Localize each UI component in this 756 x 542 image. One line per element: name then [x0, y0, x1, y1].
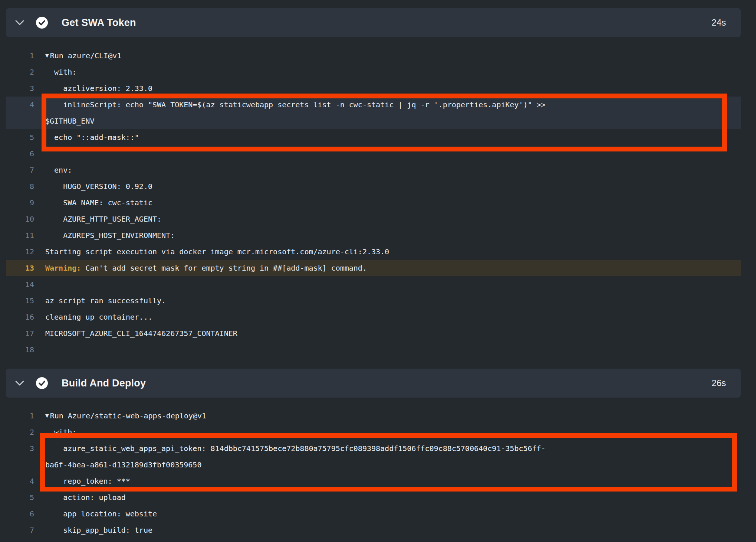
- line-text: MICROSOFT_AZURE_CLI_1644746267357_CONTAI…: [34, 325, 237, 342]
- line-text: action: upload: [34, 489, 126, 506]
- line-number[interactable]: 13: [6, 260, 34, 276]
- workflow-step: Build And Deploy 26s 1 ▼Run Azure/static…: [6, 369, 741, 542]
- line-content: HUGO_VERSION: 0.92.0: [45, 182, 152, 191]
- log-line: 16 cleaning up container...: [6, 309, 741, 325]
- line-text: azure_static_web_apps_api_token: 814dbbc…: [34, 440, 546, 457]
- log-line: 3 azure_static_web_apps_api_token: 814db…: [6, 440, 741, 457]
- line-text: [34, 538, 45, 542]
- line-text: [34, 146, 45, 162]
- line-number[interactable]: 5: [6, 489, 34, 506]
- log-line: 7 skip_app_build: true: [6, 522, 741, 538]
- chevron-down-icon: [15, 20, 24, 26]
- line-content: azcliversion: 2.33.0: [45, 84, 152, 93]
- line-number[interactable]: 17: [6, 325, 34, 342]
- line-text: inlineScript: echo "SWA_TOKEN=$(az stati…: [34, 97, 550, 113]
- line-number[interactable]: 12: [6, 244, 34, 260]
- log-line: 2 with:: [6, 64, 741, 80]
- line-content: env:: [45, 166, 72, 174]
- line-text: with:: [34, 424, 76, 440]
- line-content: az script ran successfully.: [45, 296, 166, 305]
- step-header[interactable]: Get SWA Token 24s: [6, 8, 741, 37]
- line-number[interactable]: 11: [6, 227, 34, 244]
- line-content: AZURE_HTTP_USER_AGENT:: [45, 215, 161, 223]
- log-line: 1 ▼Run Azure/static-web-apps-deploy@v1: [6, 408, 741, 424]
- log-line: 11 AZUREPS_HOST_ENVIRONMENT:: [6, 227, 741, 244]
- line-number[interactable]: 2: [6, 424, 34, 440]
- line-number[interactable]: 6: [6, 506, 34, 522]
- line-text: AZURE_HTTP_USER_AGENT:: [34, 211, 161, 227]
- line-text: cleaning up container...: [34, 309, 152, 325]
- line-content: Run azure/CLI@v1: [50, 51, 122, 60]
- log-line: 12 Starting script execution via docker …: [6, 244, 741, 260]
- log-line: 15 az script ran successfully.: [6, 293, 741, 309]
- line-text: env:: [34, 162, 72, 178]
- line-number[interactable]: [6, 113, 34, 129]
- line-text: SWA_NAME: cwc-static: [34, 195, 152, 211]
- line-number[interactable]: 3: [6, 80, 34, 97]
- workflow-log: Get SWA Token 24s 1 ▼Run azure/CLI@v1 2 …: [0, 8, 756, 542]
- line-number[interactable]: 18: [6, 342, 34, 358]
- log-line: 5 echo "::add-mask::": [6, 129, 741, 146]
- line-content: cleaning up container...: [45, 313, 152, 321]
- log-line: 1 ▼Run azure/CLI@v1: [6, 48, 741, 64]
- line-text: [34, 342, 45, 358]
- step-title: Build And Deploy: [62, 378, 146, 389]
- line-number[interactable]: 10: [6, 211, 34, 227]
- check-circle-icon: [36, 377, 48, 389]
- workflow-step: Get SWA Token 24s 1 ▼Run azure/CLI@v1 2 …: [6, 8, 741, 358]
- line-number[interactable]: 15: [6, 293, 34, 309]
- line-text: ▼Run azure/CLI@v1: [34, 48, 121, 64]
- log-line: 2 with:: [6, 424, 741, 440]
- line-content: AZUREPS_HOST_ENVIRONMENT:: [45, 231, 175, 240]
- line-number[interactable]: 3: [6, 440, 34, 457]
- line-content: $GITHUB_ENV: [45, 117, 94, 125]
- step-duration: 26s: [711, 378, 726, 388]
- line-number[interactable]: [6, 457, 34, 473]
- step-log: 1 ▼Run azure/CLI@v1 2 with: 3 azcliversi…: [6, 48, 741, 358]
- line-text: AZUREPS_HOST_ENVIRONMENT:: [34, 227, 175, 244]
- line-content: with:: [45, 68, 76, 76]
- log-line: 13 Warning: Can't add secret mask for em…: [6, 260, 741, 276]
- log-line: 18: [6, 342, 741, 358]
- line-number[interactable]: 9: [6, 195, 34, 211]
- line-number[interactable]: 6: [6, 146, 34, 162]
- line-number[interactable]: 7: [6, 522, 34, 538]
- line-number[interactable]: 4: [6, 473, 34, 489]
- log-line: 5 action: upload: [6, 489, 741, 506]
- line-number[interactable]: 1: [6, 408, 34, 424]
- collapse-triangle-icon[interactable]: ▼: [45, 48, 49, 64]
- line-number[interactable]: 5: [6, 129, 34, 146]
- line-text: ▼Run Azure/static-web-apps-deploy@v1: [34, 408, 206, 424]
- line-content: Can't add secret mask for empty string i…: [81, 264, 367, 272]
- step-duration: 24s: [711, 17, 726, 28]
- line-content: app_location: website: [45, 509, 157, 518]
- line-number[interactable]: 2: [6, 64, 34, 80]
- log-line: 4 repo_token: ***: [6, 473, 741, 489]
- line-text: echo "::add-mask::": [34, 129, 139, 146]
- line-content: echo "::add-mask::": [45, 133, 139, 142]
- line-text: az script ran successfully.: [34, 293, 166, 309]
- line-number[interactable]: 14: [6, 276, 34, 293]
- line-number[interactable]: 16: [6, 309, 34, 325]
- actions-log-page: { "theme": { "background": "#24292e", "h…: [0, 0, 756, 542]
- step-header[interactable]: Build And Deploy 26s: [6, 369, 741, 398]
- line-content: Starting script execution via docker ima…: [45, 247, 389, 256]
- line-text: HUGO_VERSION: 0.92.0: [34, 178, 152, 195]
- line-number[interactable]: 1: [6, 48, 34, 64]
- line-number[interactable]: 4: [6, 97, 34, 113]
- line-text: ba6f-4bea-a861-d132189d3fbf00359650: [34, 457, 201, 473]
- line-text: repo_token: ***: [34, 473, 130, 489]
- line-content: with:: [45, 428, 76, 437]
- step-log: 1 ▼Run Azure/static-web-apps-deploy@v1 2…: [6, 408, 741, 542]
- log-line: 6 app_location: website: [6, 506, 741, 522]
- log-line: ba6f-4bea-a861-d132189d3fbf00359650: [6, 457, 741, 473]
- line-text: Starting script execution via docker ima…: [34, 244, 389, 260]
- collapse-triangle-icon[interactable]: ▼: [45, 408, 49, 424]
- line-number[interactable]: 8: [6, 538, 34, 542]
- line-content: MICROSOFT_AZURE_CLI_1644746267357_CONTAI…: [45, 329, 237, 338]
- line-number[interactable]: 8: [6, 178, 34, 195]
- line-text: azcliversion: 2.33.0: [34, 80, 152, 97]
- line-number[interactable]: 7: [6, 162, 34, 178]
- line-text: $GITHUB_ENV: [34, 113, 94, 129]
- log-line: 14: [6, 276, 741, 293]
